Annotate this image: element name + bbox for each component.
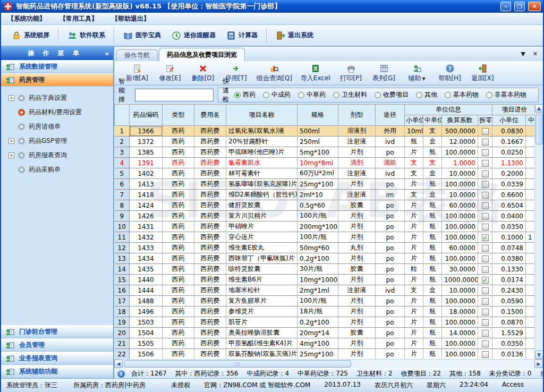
expand-icon[interactable]: + (8, 138, 14, 144)
table-row[interactable]: 61413西药西药费氢氯噻嗪(双氢克尿噻)片25mg*100片剂po片瓶100.… (115, 179, 537, 190)
col-header-split[interactable]: 拆零 (478, 115, 492, 126)
split-checkbox[interactable] (482, 340, 489, 347)
split-checkbox[interactable] (482, 351, 489, 358)
quick-tool-reminder[interactable]: 迷你提醒器 (172, 31, 216, 40)
expand-icon[interactable]: + (8, 95, 14, 101)
tree-item-0[interactable]: +药品字典设置 (8, 91, 113, 105)
action-button-del[interactable]: 删除[D] (186, 63, 219, 84)
split-checkbox[interactable] (482, 298, 489, 305)
split-checkbox[interactable] (482, 287, 489, 294)
action-button-grid[interactable]: 表列[G] (368, 63, 401, 84)
split-checkbox[interactable] (482, 245, 489, 252)
col-header-spec[interactable]: 规格 (298, 105, 338, 126)
action-button-edit[interactable]: 修改[E] (154, 63, 186, 84)
sidebar-bottom-group-1[interactable]: 会员管理 (1, 338, 113, 352)
sidebar-group-1[interactable]: 药房管理 (1, 73, 113, 87)
table-row[interactable]: 201504西药西药费奥美拉唑肠溶胶囊20mg*14胶囊po片瓶14.00001… (115, 328, 537, 338)
scroll-down-icon[interactable]: ▼ (535, 351, 543, 359)
split-checkbox[interactable] (482, 181, 489, 188)
col-header-code[interactable]: 药品编码 (130, 105, 163, 126)
split-checkbox[interactable] (482, 202, 489, 209)
col-header-route[interactable]: 途径 (376, 105, 405, 126)
quick-tool-book[interactable]: 医学宝典 (123, 31, 161, 40)
sidebar-bottom-group-2[interactable]: 业务报表查询 (1, 352, 113, 365)
split-checkbox[interactable] (482, 309, 489, 316)
quick-tool-contact[interactable]: 软件联系 (67, 31, 105, 40)
action-button-help[interactable]: ?帮助[H] (434, 63, 466, 84)
tree-item-3[interactable]: +药品GSP管理 (8, 134, 113, 148)
split-checkbox[interactable] (482, 330, 489, 337)
col-header-price-small[interactable]: 小单位 (492, 115, 526, 126)
col-header-small-unit[interactable]: 小单位 (405, 115, 423, 126)
tree-item-5[interactable]: 药品采购单 (8, 163, 113, 177)
quick-tool-lock[interactable]: 系统锁屏 (12, 31, 49, 40)
quick-tool-exit[interactable]: 退出系统 (276, 31, 313, 40)
table-row[interactable]: 71418西药西药费维D2果糖酸钙（胶性钙)针2ml*10注射液im支盒10.0… (115, 190, 537, 200)
vertical-scrollbar[interactable]: ▲ ▼ (534, 104, 543, 359)
sidebar-group-0[interactable]: 系统数据管理 (1, 60, 113, 73)
table-row[interactable]: 221506西药西药费双氯芬酸钠(双氯灭痛)片25mg*100片剂po片瓶100… (115, 349, 537, 360)
split-checkbox[interactable] (482, 160, 489, 167)
tab-1[interactable]: 药品信息及收费项目浏览 (159, 48, 245, 61)
filter-radio-4[interactable]: 收费项目 (375, 90, 409, 99)
split-checkbox[interactable] (482, 213, 489, 220)
split-checkbox[interactable] (482, 319, 489, 326)
table-row[interactable]: 31385西药西药费甲巯咪唑(他巴唑)片5mg*100片剂po片瓶100.000… (115, 147, 537, 158)
col-header-fee[interactable]: 费用名 (194, 105, 226, 126)
table-row[interactable]: 81424西药西药费健肝灵胶囊0.5g*60胶囊po片瓶60.00000.650… (115, 200, 537, 211)
menu-item-1[interactable]: 【常用工具】 (60, 14, 98, 23)
table-row[interactable]: 151440西药西药费维生素B6片10mg*1000片剂po片瓶1000.000… (115, 275, 537, 285)
scroll-up-icon[interactable]: ▲ (535, 104, 543, 113)
action-button-query[interactable]: 组合查询[Q] (252, 63, 296, 84)
split-checkbox[interactable] (482, 224, 489, 231)
table-row[interactable]: 141435西药西药费咳特灵胶囊30片/瓶胶囊po粒瓶30.00000.1330 (115, 264, 537, 275)
tab-dropdown-icon[interactable]: ▼ (517, 50, 528, 57)
minimize-button[interactable]: – (500, 2, 511, 11)
split-checkbox[interactable] (482, 192, 489, 199)
close-button[interactable]: ✕ (528, 2, 541, 11)
filter-radio-2[interactable]: 中草药 (298, 90, 326, 99)
table-row[interactable]: 41391西药西药费氯霉素眼水10mg*8ml滴剂滴眼支支1.00001.130… (115, 158, 537, 168)
filter-radio-5[interactable]: 其他 (416, 90, 437, 99)
filter-radio-7[interactable]: 非基本药物 (486, 90, 526, 99)
col-header-type[interactable]: 类型 (163, 105, 194, 126)
split-checkbox[interactable]: ✓ (482, 277, 489, 284)
filter-radio-0[interactable]: 西药 (234, 90, 256, 99)
table-row[interactable]: 51402西药西药费林可霉素针60万U*2ml注射液ivd支盒10.00000.… (115, 168, 537, 179)
sidebar-collapse-button[interactable]: « (105, 50, 109, 57)
table-row[interactable]: 181496西药西药费参维灵片18片/瓶片剂po片瓶18.00000.1500 (115, 306, 537, 317)
table-row[interactable]: 21372西药西药费20%甘露醇针250ml注射液ivd瓶盒12.00000.1… (115, 137, 537, 147)
scroll-right-icon[interactable]: ▶ (534, 360, 543, 368)
horizontal-scrollbar[interactable]: ◀ ||| ▶ (114, 359, 543, 368)
scroll-left-icon[interactable]: ◀ (114, 360, 123, 368)
vertical-scroll-thumb[interactable] (536, 114, 543, 144)
quick-tool-calc[interactable]: 计算器 (226, 31, 258, 40)
sidebar-bottom-group-0[interactable]: 门诊前台管理 (1, 325, 113, 338)
horizontal-scroll-thumb[interactable]: ||| (124, 360, 351, 368)
split-checkbox[interactable] (482, 128, 489, 135)
filter-radio-3[interactable]: 卫生材料 (333, 90, 367, 99)
table-row[interactable]: 191503西药西药费肌苷片0.2g*100片剂po片瓶100.00000.08… (115, 317, 537, 328)
menu-item-0[interactable]: 【系统功能】 (7, 14, 46, 23)
action-button-print[interactable]: 打印[P] (335, 63, 368, 84)
table-row[interactable]: 111432西药西药费穿心连片100片/瓶片剂po片瓶100.0000✓0.10… (115, 232, 537, 243)
table-row[interactable]: 131434西药西药费西咪替丁（甲氰咪胍)片0.2g*100片剂po片瓶100.… (115, 253, 537, 264)
split-checkbox[interactable] (482, 149, 489, 156)
split-checkbox[interactable] (482, 255, 489, 262)
table-row[interactable]: 121433西药西药费维生素E胶丸50mg*60丸剂po片瓶60.00000.0… (115, 243, 537, 253)
split-checkbox[interactable] (482, 266, 489, 273)
maximize-button[interactable]: ❐ (514, 2, 525, 11)
table-row[interactable]: 101431西药西药费甲硝唑片200mg*100片剂po片瓶100.00000.… (115, 221, 537, 232)
split-checkbox[interactable]: ✓ (482, 234, 489, 241)
table-row[interactable]: 211505西药西药费甲萘氢醌(维生素K4)片4mg*100片剂po片瓶100.… (115, 338, 537, 349)
table-row[interactable]: 91426西药西药费复方川贝精片100片/瓶片剂po片瓶100.00000.04… (115, 211, 537, 221)
filter-radio-1[interactable]: 中成药 (263, 90, 291, 99)
search-input[interactable] (135, 89, 214, 101)
menu-item-2[interactable]: 【帮助退出】 (112, 14, 150, 23)
tree-item-2[interactable]: 药房请领单 (8, 120, 113, 134)
tab-close-icon[interactable]: ✕ (530, 50, 541, 57)
split-checkbox[interactable] (482, 171, 489, 177)
table-row[interactable]: 11366西药西药费过氧化氢(双氧水)液500ml溶液剂外用10ml支500.0… (115, 126, 537, 137)
expand-icon[interactable]: + (8, 152, 14, 158)
table-row[interactable]: 171488西药西药费复方鱼腥草片100片/瓶片剂po片瓶100.00000.0… (115, 296, 537, 306)
